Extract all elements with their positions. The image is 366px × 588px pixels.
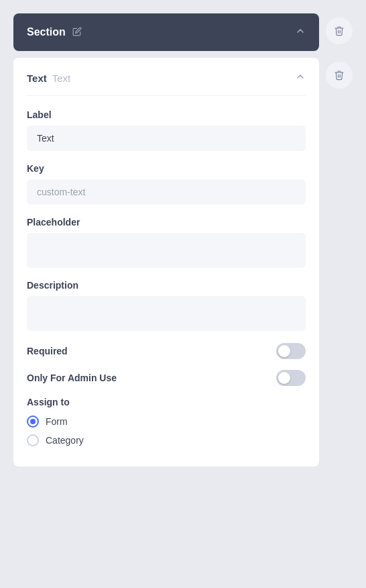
- assign-form-option[interactable]: Form: [27, 415, 306, 428]
- label-field-group: Label: [27, 109, 306, 151]
- card-header: Text Text: [27, 71, 306, 96]
- assign-category-option[interactable]: Category: [27, 434, 306, 446]
- placeholder-field-group: Placeholder: [27, 217, 306, 268]
- card-delete-button[interactable]: [326, 62, 353, 89]
- card-header-left: Text Text: [27, 72, 70, 84]
- section-collapse-icon[interactable]: [295, 26, 306, 39]
- description-field-group: Description: [27, 280, 306, 331]
- assign-label: Assign to: [27, 397, 306, 407]
- card-collapse-icon[interactable]: [295, 71, 306, 85]
- main-container: Section: [13, 13, 353, 467]
- key-input[interactable]: [27, 179, 306, 205]
- card-type-label: Text: [27, 72, 47, 84]
- admin-label: Only For Admin Use: [27, 373, 117, 383]
- description-field-label: Description: [27, 280, 306, 291]
- assign-category-label: Category: [46, 435, 84, 446]
- section-row: Section: [13, 13, 353, 51]
- admin-toggle[interactable]: [276, 370, 306, 386]
- key-field-group: Key: [27, 163, 306, 205]
- assign-section: Assign to Form Category: [27, 397, 306, 446]
- key-field-label: Key: [27, 163, 306, 174]
- required-toggle-row: Required: [27, 343, 306, 359]
- assign-category-radio[interactable]: [27, 434, 39, 446]
- section-header-left: Section: [27, 26, 82, 38]
- required-toggle[interactable]: [276, 343, 306, 359]
- card-row: Text Text Label Key: [13, 58, 353, 467]
- section-header[interactable]: Section: [13, 13, 319, 51]
- card-type-sublabel: Text: [52, 72, 71, 84]
- assign-form-label: Form: [46, 416, 68, 427]
- admin-toggle-row: Only For Admin Use: [27, 370, 306, 386]
- edit-icon[interactable]: [72, 27, 82, 38]
- section-title: Section: [27, 26, 66, 38]
- label-field-label: Label: [27, 109, 306, 120]
- field-card: Text Text Label Key: [13, 58, 319, 467]
- section-delete-button[interactable]: [326, 17, 353, 44]
- description-input[interactable]: [27, 296, 306, 331]
- required-label: Required: [27, 346, 68, 356]
- placeholder-field-label: Placeholder: [27, 217, 306, 228]
- placeholder-input[interactable]: [27, 233, 306, 268]
- label-input[interactable]: [27, 126, 306, 151]
- assign-form-radio[interactable]: [27, 415, 39, 428]
